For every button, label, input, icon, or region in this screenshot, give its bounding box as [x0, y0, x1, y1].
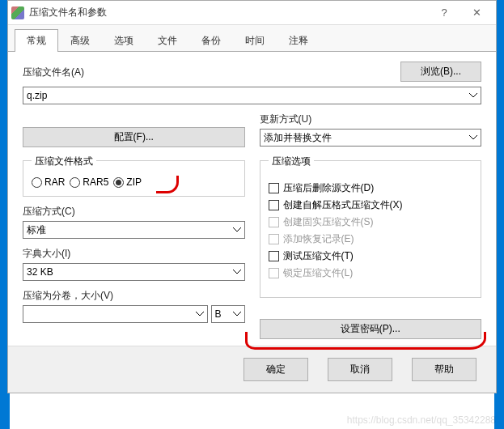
opt-recovery: 添加恢复记录(E) [269, 231, 473, 248]
update-label: 更新方式(U) [260, 113, 482, 126]
radio-rar[interactable]: RAR [32, 176, 65, 188]
help-icon[interactable]: ? [428, 3, 460, 23]
filename-label: 压缩文件名(A) [23, 66, 394, 79]
close-icon[interactable]: ✕ [460, 3, 493, 23]
opt-solid: 创建固实压缩文件(S) [269, 214, 473, 231]
split-label: 压缩为分卷，大小(V) [23, 289, 245, 303]
format-legend: 压缩文件格式 [32, 155, 96, 168]
titlebar: 压缩文件名和参数 ? ✕ [8, 1, 496, 25]
ok-button[interactable]: 确定 [244, 358, 308, 381]
tab-general[interactable]: 常规 [15, 29, 58, 52]
tab-backup[interactable]: 备份 [189, 29, 233, 52]
tab-options[interactable]: 选项 [102, 29, 146, 52]
format-fieldset: 压缩文件格式 RAR RAR5 ZIP [23, 160, 245, 197]
browse-button[interactable]: 浏览(B)... [400, 62, 481, 82]
options-fieldset: 压缩选项 压缩后删除源文件(D) 创建自解压格式压缩文件(X) 创建固实压缩文件… [260, 160, 482, 298]
radio-zip[interactable]: ZIP [113, 176, 142, 188]
tab-advanced[interactable]: 高级 [58, 29, 102, 52]
opt-test[interactable]: 测试压缩文件(T) [269, 248, 473, 265]
filename-input[interactable]: q.zip [23, 87, 481, 104]
update-select[interactable]: 添加并替换文件 [260, 129, 482, 147]
method-label: 压缩方式(C) [23, 205, 245, 219]
cancel-button[interactable]: 取消 [328, 358, 392, 381]
help-button[interactable]: 帮助 [412, 358, 476, 381]
options-legend: 压缩选项 [269, 155, 314, 168]
content-panel: 压缩文件名(A) 浏览(B)... q.zip 配置(F)... 更新方式(U)… [8, 52, 496, 346]
watermark: https://blog.csdn.net/qq_35342288 [347, 414, 496, 426]
window-title: 压缩文件名和参数 [29, 6, 428, 19]
tab-files[interactable]: 文件 [146, 29, 189, 52]
dict-label: 字典大小(I) [23, 247, 245, 261]
tab-bar: 常规 高级 选项 文件 备份 时间 注释 [8, 25, 496, 52]
opt-delete-source[interactable]: 压缩后删除源文件(D) [269, 180, 473, 197]
app-icon [11, 6, 24, 19]
dialog-window: 压缩文件名和参数 ? ✕ 常规 高级 选项 文件 备份 时间 注释 压缩文件名(… [7, 0, 497, 393]
radio-rar5[interactable]: RAR5 [70, 176, 108, 188]
dict-select[interactable]: 32 KB [23, 263, 245, 281]
opt-sfx[interactable]: 创建自解压格式压缩文件(X) [269, 197, 473, 214]
tab-comment[interactable]: 注释 [277, 29, 320, 52]
opt-lock: 锁定压缩文件(L) [269, 265, 473, 282]
password-button[interactable]: 设置密码(P)... [260, 319, 482, 339]
tab-time[interactable]: 时间 [233, 29, 277, 52]
profile-button[interactable]: 配置(F)... [23, 127, 245, 147]
method-select[interactable]: 标准 [23, 221, 245, 239]
split-size-select[interactable] [23, 305, 208, 323]
footer: 确定 取消 帮助 [8, 346, 496, 393]
split-unit-select[interactable]: B [211, 305, 245, 323]
